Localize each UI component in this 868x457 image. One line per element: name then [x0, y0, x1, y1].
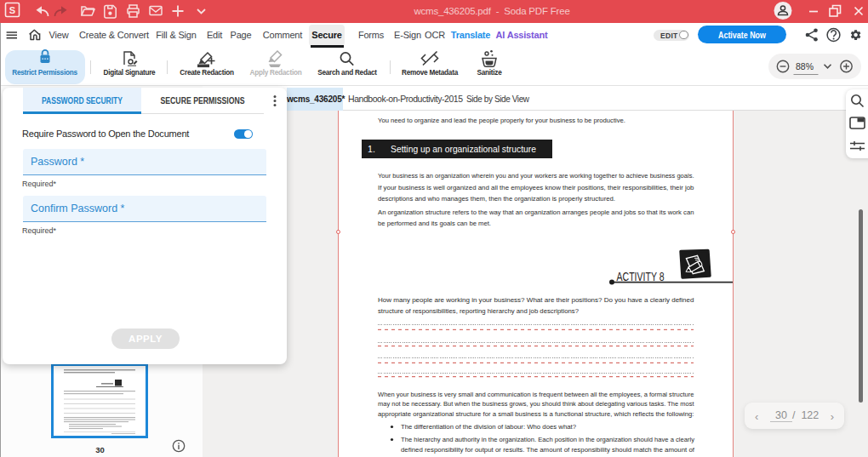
svg-text:defined responsibility for out: defined responsibility for output or res…: [401, 446, 694, 454]
svg-text:structure of responsibilities,: structure of responsibilities, reporting…: [378, 307, 579, 315]
svg-text:S: S: [9, 5, 15, 15]
svg-text:88%: 88%: [796, 61, 814, 71]
svg-text:When your business is very sma: When your business is very small and com…: [378, 391, 694, 398]
svg-text:ACTIVITY 8: ACTIVITY 8: [617, 270, 665, 283]
svg-text:PASSWORD SECURITY: PASSWORD SECURITY: [42, 95, 123, 106]
svg-text:The hierarchy and authority in: The hierarchy and authority in the organ…: [401, 436, 694, 443]
svg-text:Setting up an organizational s: Setting up an organizational structure: [391, 144, 536, 154]
svg-text:may not be necessary. But when: may not be necessary. But when the busin…: [378, 400, 694, 408]
svg-text:SECURE PERMISSIONS: SECURE PERMISSIONS: [161, 95, 245, 106]
svg-text:How many people are working in: How many people are working in your busi…: [378, 296, 694, 304]
svg-text:Activate Now: Activate Now: [718, 30, 766, 40]
svg-text:If your business is well organ: If your business is well organized and a…: [378, 184, 694, 191]
svg-text:You need to organize and lead: You need to organize and lead the people…: [378, 117, 625, 124]
svg-text:appropriate organizational str: appropriate organizational structure for…: [378, 410, 694, 418]
svg-text:An organization structure refe: An organization structure refers to the …: [378, 209, 694, 216]
svg-text:Your business is an organizati: Your business is an organization wherein…: [378, 172, 694, 180]
svg-text:1.: 1.: [368, 144, 375, 154]
svg-text:The differentiation of the div: The differentiation of the division of l…: [401, 423, 576, 431]
svg-text:be performed and its goals can: be performed and its goals can be met.: [378, 220, 491, 227]
svg-text:descriptions and who manages t: descriptions and who manages them, then …: [378, 195, 615, 203]
